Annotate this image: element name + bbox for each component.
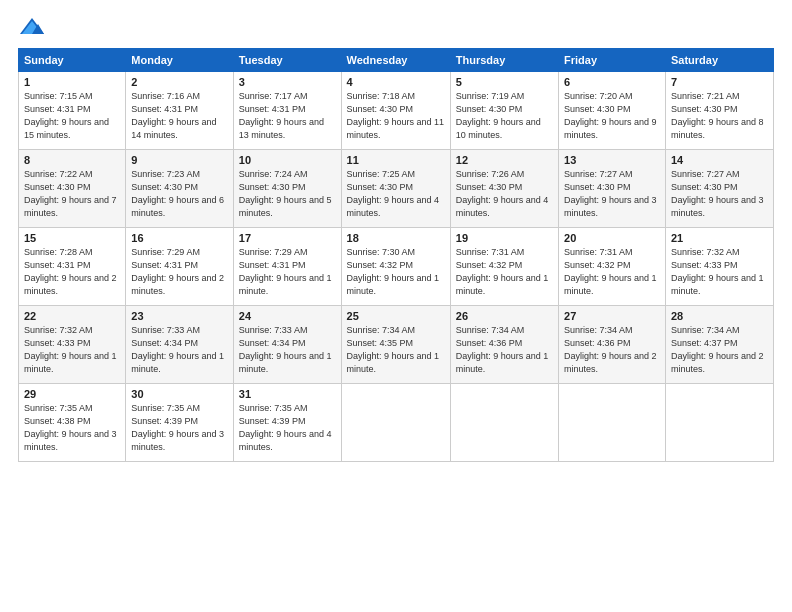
day-info: Sunrise: 7:27 AMSunset: 4:30 PMDaylight:… (671, 168, 768, 220)
day-number: 3 (239, 76, 336, 88)
day-cell: 9Sunrise: 7:23 AMSunset: 4:30 PMDaylight… (126, 150, 234, 228)
calendar-header-row: SundayMondayTuesdayWednesdayThursdayFrid… (19, 49, 774, 72)
day-info: Sunrise: 7:16 AMSunset: 4:31 PMDaylight:… (131, 90, 228, 142)
day-info: Sunrise: 7:34 AMSunset: 4:36 PMDaylight:… (456, 324, 553, 376)
day-info: Sunrise: 7:25 AMSunset: 4:30 PMDaylight:… (347, 168, 445, 220)
day-number: 5 (456, 76, 553, 88)
day-number: 26 (456, 310, 553, 322)
day-info: Sunrise: 7:32 AMSunset: 4:33 PMDaylight:… (671, 246, 768, 298)
day-cell: 19Sunrise: 7:31 AMSunset: 4:32 PMDayligh… (450, 228, 558, 306)
day-number: 10 (239, 154, 336, 166)
day-number: 13 (564, 154, 660, 166)
header-day-sunday: Sunday (19, 49, 126, 72)
day-number: 18 (347, 232, 445, 244)
day-number: 23 (131, 310, 228, 322)
day-number: 12 (456, 154, 553, 166)
day-info: Sunrise: 7:22 AMSunset: 4:30 PMDaylight:… (24, 168, 120, 220)
logo-icon (18, 16, 46, 38)
day-cell: 21Sunrise: 7:32 AMSunset: 4:33 PMDayligh… (665, 228, 773, 306)
day-info: Sunrise: 7:33 AMSunset: 4:34 PMDaylight:… (239, 324, 336, 376)
day-number: 22 (24, 310, 120, 322)
day-cell: 31Sunrise: 7:35 AMSunset: 4:39 PMDayligh… (233, 384, 341, 462)
day-number: 1 (24, 76, 120, 88)
day-number: 9 (131, 154, 228, 166)
day-cell: 23Sunrise: 7:33 AMSunset: 4:34 PMDayligh… (126, 306, 234, 384)
day-number: 31 (239, 388, 336, 400)
day-info: Sunrise: 7:24 AMSunset: 4:30 PMDaylight:… (239, 168, 336, 220)
day-number: 6 (564, 76, 660, 88)
day-info: Sunrise: 7:31 AMSunset: 4:32 PMDaylight:… (456, 246, 553, 298)
day-info: Sunrise: 7:30 AMSunset: 4:32 PMDaylight:… (347, 246, 445, 298)
day-number: 8 (24, 154, 120, 166)
day-cell (559, 384, 666, 462)
header-day-saturday: Saturday (665, 49, 773, 72)
day-info: Sunrise: 7:29 AMSunset: 4:31 PMDaylight:… (239, 246, 336, 298)
day-cell: 27Sunrise: 7:34 AMSunset: 4:36 PMDayligh… (559, 306, 666, 384)
day-cell: 14Sunrise: 7:27 AMSunset: 4:30 PMDayligh… (665, 150, 773, 228)
day-cell: 13Sunrise: 7:27 AMSunset: 4:30 PMDayligh… (559, 150, 666, 228)
day-cell: 24Sunrise: 7:33 AMSunset: 4:34 PMDayligh… (233, 306, 341, 384)
day-number: 16 (131, 232, 228, 244)
week-row-1: 1Sunrise: 7:15 AMSunset: 4:31 PMDaylight… (19, 72, 774, 150)
calendar-table: SundayMondayTuesdayWednesdayThursdayFrid… (18, 48, 774, 462)
week-row-2: 8Sunrise: 7:22 AMSunset: 4:30 PMDaylight… (19, 150, 774, 228)
header-day-monday: Monday (126, 49, 234, 72)
day-cell: 8Sunrise: 7:22 AMSunset: 4:30 PMDaylight… (19, 150, 126, 228)
day-info: Sunrise: 7:17 AMSunset: 4:31 PMDaylight:… (239, 90, 336, 142)
day-cell: 10Sunrise: 7:24 AMSunset: 4:30 PMDayligh… (233, 150, 341, 228)
day-number: 25 (347, 310, 445, 322)
day-info: Sunrise: 7:26 AMSunset: 4:30 PMDaylight:… (456, 168, 553, 220)
day-cell (341, 384, 450, 462)
day-number: 7 (671, 76, 768, 88)
day-cell: 20Sunrise: 7:31 AMSunset: 4:32 PMDayligh… (559, 228, 666, 306)
day-number: 14 (671, 154, 768, 166)
day-cell: 1Sunrise: 7:15 AMSunset: 4:31 PMDaylight… (19, 72, 126, 150)
page: SundayMondayTuesdayWednesdayThursdayFrid… (0, 0, 792, 472)
day-cell: 15Sunrise: 7:28 AMSunset: 4:31 PMDayligh… (19, 228, 126, 306)
header-day-tuesday: Tuesday (233, 49, 341, 72)
day-info: Sunrise: 7:35 AMSunset: 4:38 PMDaylight:… (24, 402, 120, 454)
day-number: 20 (564, 232, 660, 244)
day-info: Sunrise: 7:19 AMSunset: 4:30 PMDaylight:… (456, 90, 553, 142)
day-cell: 30Sunrise: 7:35 AMSunset: 4:39 PMDayligh… (126, 384, 234, 462)
week-row-4: 22Sunrise: 7:32 AMSunset: 4:33 PMDayligh… (19, 306, 774, 384)
day-info: Sunrise: 7:35 AMSunset: 4:39 PMDaylight:… (239, 402, 336, 454)
day-info: Sunrise: 7:34 AMSunset: 4:37 PMDaylight:… (671, 324, 768, 376)
day-number: 21 (671, 232, 768, 244)
day-number: 17 (239, 232, 336, 244)
day-info: Sunrise: 7:34 AMSunset: 4:36 PMDaylight:… (564, 324, 660, 376)
day-cell (450, 384, 558, 462)
day-info: Sunrise: 7:32 AMSunset: 4:33 PMDaylight:… (24, 324, 120, 376)
header-day-thursday: Thursday (450, 49, 558, 72)
day-number: 24 (239, 310, 336, 322)
day-number: 19 (456, 232, 553, 244)
day-number: 28 (671, 310, 768, 322)
day-info: Sunrise: 7:27 AMSunset: 4:30 PMDaylight:… (564, 168, 660, 220)
day-number: 11 (347, 154, 445, 166)
header (18, 16, 774, 38)
header-day-wednesday: Wednesday (341, 49, 450, 72)
day-info: Sunrise: 7:28 AMSunset: 4:31 PMDaylight:… (24, 246, 120, 298)
day-number: 2 (131, 76, 228, 88)
day-info: Sunrise: 7:21 AMSunset: 4:30 PMDaylight:… (671, 90, 768, 142)
week-row-3: 15Sunrise: 7:28 AMSunset: 4:31 PMDayligh… (19, 228, 774, 306)
day-cell: 12Sunrise: 7:26 AMSunset: 4:30 PMDayligh… (450, 150, 558, 228)
week-row-5: 29Sunrise: 7:35 AMSunset: 4:38 PMDayligh… (19, 384, 774, 462)
day-info: Sunrise: 7:33 AMSunset: 4:34 PMDaylight:… (131, 324, 228, 376)
day-info: Sunrise: 7:31 AMSunset: 4:32 PMDaylight:… (564, 246, 660, 298)
day-cell: 4Sunrise: 7:18 AMSunset: 4:30 PMDaylight… (341, 72, 450, 150)
day-info: Sunrise: 7:29 AMSunset: 4:31 PMDaylight:… (131, 246, 228, 298)
day-cell: 3Sunrise: 7:17 AMSunset: 4:31 PMDaylight… (233, 72, 341, 150)
day-cell: 17Sunrise: 7:29 AMSunset: 4:31 PMDayligh… (233, 228, 341, 306)
day-cell: 18Sunrise: 7:30 AMSunset: 4:32 PMDayligh… (341, 228, 450, 306)
day-number: 15 (24, 232, 120, 244)
day-cell: 16Sunrise: 7:29 AMSunset: 4:31 PMDayligh… (126, 228, 234, 306)
day-number: 27 (564, 310, 660, 322)
day-info: Sunrise: 7:23 AMSunset: 4:30 PMDaylight:… (131, 168, 228, 220)
day-info: Sunrise: 7:35 AMSunset: 4:39 PMDaylight:… (131, 402, 228, 454)
day-cell: 29Sunrise: 7:35 AMSunset: 4:38 PMDayligh… (19, 384, 126, 462)
day-number: 30 (131, 388, 228, 400)
day-cell: 2Sunrise: 7:16 AMSunset: 4:31 PMDaylight… (126, 72, 234, 150)
day-cell: 5Sunrise: 7:19 AMSunset: 4:30 PMDaylight… (450, 72, 558, 150)
day-cell: 26Sunrise: 7:34 AMSunset: 4:36 PMDayligh… (450, 306, 558, 384)
